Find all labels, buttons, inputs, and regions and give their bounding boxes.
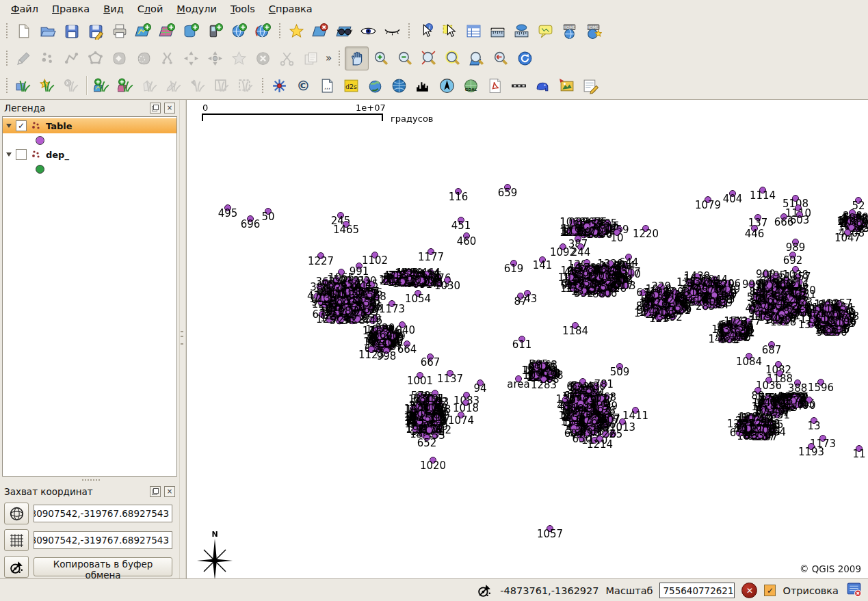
copy-to-clipboard-button[interactable]: Копировать в буфер обмена [34,557,172,576]
zoom-last-button[interactable] [490,47,512,70]
panel-splitter-horizontal[interactable] [0,477,179,483]
print-composer-button[interactable] [108,20,131,42]
pan-map-button[interactable] [345,46,369,70]
new-bookmark-button[interactable]: HOME [582,20,605,42]
projected-coordinate-field[interactable]: 13.80907542,-319767.68927543 [34,531,172,549]
expander-icon[interactable] [6,124,12,128]
save-project-as-button[interactable] [84,20,107,42]
point-layer-icon [31,120,42,131]
mapserver-export-button[interactable] [531,75,554,97]
legend-close-button[interactable]: × [164,103,175,113]
layer-row-dep_[interactable]: dep_ [3,147,176,162]
stop-rendering-button[interactable]: ✕ [741,583,757,598]
interpolation-button[interactable] [388,75,410,97]
toolbar-overflow-button[interactable]: » [323,52,334,64]
add-delimited-text-button[interactable]: ,,, [316,75,339,97]
open-project-icon [39,23,56,40]
north-arrow-button[interactable] [436,75,458,97]
coord-close-button[interactable]: × [164,486,175,497]
legend-float-button[interactable] [150,103,161,113]
new-vector-layer-button[interactable] [285,20,308,42]
coord-float-button[interactable] [150,486,161,497]
menu-tools[interactable]: Tools [224,2,262,16]
dock-column: Легенда × ✓Tabledep_ Захват координат × … [0,100,179,578]
toolbar-handle[interactable] [6,23,8,38]
expander-icon[interactable] [6,152,12,157]
add-to-overview-button[interactable] [333,20,356,42]
georeferencer-button[interactable] [364,75,386,97]
zoom-out-button[interactable] [394,47,417,70]
add-vector-layer-button[interactable] [132,20,155,42]
layer-visibility-checkbox[interactable]: ✓ [16,120,27,131]
toolbar-handle[interactable] [6,51,8,66]
refresh-map-button[interactable] [514,47,536,70]
track-mouse-button[interactable] [4,556,29,578]
new-project-button[interactable] [12,20,35,42]
zoom-in-button[interactable] [370,47,393,70]
hide-all-layers-button[interactable] [381,20,404,42]
show-all-layers-button[interactable] [357,20,380,42]
save-project-button[interactable] [60,20,83,42]
add-postgis-layer-button[interactable] [180,20,202,42]
crs-globe-button[interactable] [4,503,29,524]
projected-grid-button[interactable] [4,529,29,551]
mapserver-export-icon [534,77,551,94]
coordinate-track-icon[interactable] [476,582,493,599]
layer-visibility-checkbox[interactable] [16,149,27,160]
select-features-button[interactable] [438,20,461,42]
menu-file[interactable]: Файл [4,2,45,16]
georeferencer-icon [367,77,384,94]
quick-print-button[interactable] [555,75,578,97]
add-spatialite-layer-button[interactable] [204,20,226,42]
measure-line-icon [489,23,506,40]
map-canvas[interactable] [187,100,868,578]
scale-input[interactable]: 7556407726211 [659,583,735,598]
grass-add-raster-button[interactable] [115,75,137,97]
open-project-button[interactable] [36,20,59,42]
geographic-coordinate-field[interactable]: 13.80907542,-319767.68927543 [34,505,172,522]
zoom-to-layer-button[interactable] [466,47,488,70]
measure-line-button[interactable] [486,20,509,42]
grass-add-vector-button[interactable] [91,75,114,97]
add-wfs-layer-button[interactable] [252,20,274,42]
projection-status-icon[interactable] [845,581,863,600]
grass-new-mapset-button[interactable] [36,75,59,97]
measure-area-button[interactable] [510,20,533,42]
show-bookmarks-button[interactable]: HOME [558,20,581,42]
annotations-button[interactable] [579,75,602,97]
toolbar-handle[interactable] [408,23,410,38]
menu-layer[interactable]: Слой [131,2,170,16]
menu-plugins[interactable]: Модули [170,2,224,16]
hide-all-layers-icon [384,23,401,40]
copyright-label-button[interactable]: © [292,75,315,97]
menu-edit[interactable]: Правка [45,2,96,16]
toolbar-handle[interactable] [262,78,263,93]
dxf2shp-button[interactable]: d2s [340,75,363,97]
gdal-tools-button[interactable]: GDAL [460,75,482,97]
map-tips-button[interactable] [534,20,557,42]
toolbar-handle[interactable] [279,23,280,38]
grass-open-mapset-button[interactable] [12,75,35,97]
menu-help[interactable]: Справка [262,2,319,16]
zoom-to-selection-button[interactable] [442,47,464,70]
menu-view[interactable]: Вид [96,2,130,16]
delete-selected-button [252,47,274,70]
zoom-full-button[interactable] [418,47,440,70]
svg-text:HOME: HOME [587,25,599,29]
add-wms-layer-button[interactable] [228,20,250,42]
render-checkbox[interactable]: ✓ [764,585,776,596]
layer-row-Table[interactable]: ✓Table [3,118,176,133]
coord-title: Захват координат [4,486,146,497]
identify-button[interactable]: i [415,20,437,42]
print-composer-icon [111,23,128,40]
dock-map-splitter[interactable] [179,100,186,578]
open-attribute-table-button[interactable] [462,20,485,42]
coordinate-capture-button[interactable] [268,75,291,97]
profile-button[interactable] [412,75,434,97]
remove-layer-button[interactable] [309,20,332,42]
scale-bar-button[interactable] [508,75,530,97]
export-pdf-button[interactable] [484,75,506,97]
toolbar-handle[interactable] [6,78,8,93]
toolbar-handle[interactable] [339,51,340,66]
add-raster-layer-button[interactable] [156,20,179,42]
